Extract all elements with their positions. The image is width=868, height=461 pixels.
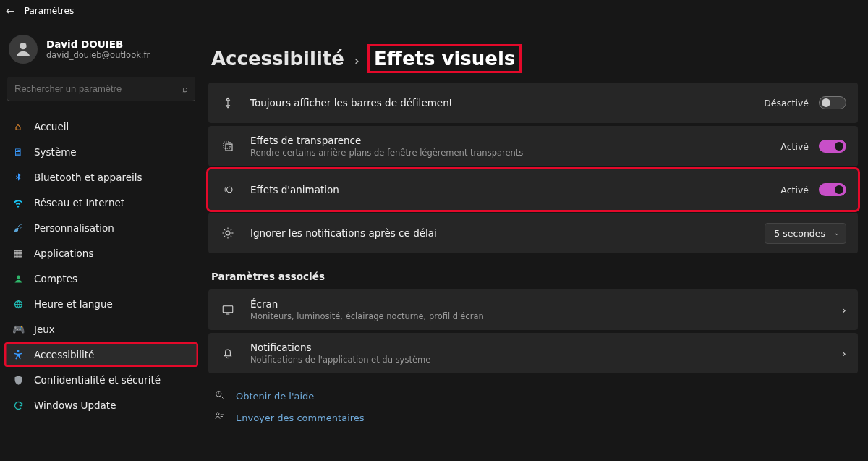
svg-rect-8 [223,306,233,313]
svg-point-11 [216,413,219,415]
related-title: Écran [250,298,829,310]
related-subtitle: Notifications de l'application et du sys… [250,355,829,365]
related-subtitle: Moniteurs, luminosité, éclairage nocturn… [250,311,829,321]
toggle-state-label: Activé [780,141,809,152]
svg-point-1 [17,275,20,279]
sidebar-item-label: Réseau et Internet [34,197,124,208]
transparency-icon [218,140,237,153]
setting-animation[interactable]: Effets d'animation Activé [208,169,858,210]
system-icon: 🖥 [12,145,25,158]
setting-title: Effets d'animation [250,184,767,195]
search-icon: ⌕ [182,83,188,94]
link-label: Obtenir de l'aide [236,391,314,402]
windows-update-icon [12,399,25,412]
sidebar-item-label: Personnalisation [34,222,114,234]
gaming-icon: 🎮 [12,323,25,336]
toggle-state-label: Activé [780,185,809,195]
sidebar-item-gaming[interactable]: 🎮 Jeux [4,317,198,342]
sidebar-item-network[interactable]: Réseau et Internet [4,190,198,215]
toggle-state-label: Désactivé [764,98,809,109]
svg-point-0 [20,43,26,49]
related-screen[interactable]: Écran Moniteurs, luminosité, éclairage n… [208,289,858,330]
dropdown-value: 5 secondes [774,228,825,239]
titlebar: ← Paramètres [0,0,868,22]
setting-subtitle: Rendre certains arrière-plans de fenêtre… [250,148,767,158]
related-notifications[interactable]: Notifications Notifications de l'applica… [208,333,858,373]
animation-icon [218,183,237,196]
breadcrumb-current: Effets visuels [370,46,519,71]
sidebar-item-label: Windows Update [34,399,116,411]
user-email: david_douieb@outlook.fr [46,50,150,60]
setting-title: Toujours afficher les barres de défileme… [250,97,751,109]
toggle-animation[interactable] [819,183,846,196]
accounts-icon [12,272,25,285]
toggle-scrollbars[interactable] [819,96,846,109]
scrollbars-icon [218,96,237,109]
main-panel: Accessibilité › Effets visuels Toujours … [203,22,868,461]
setting-transparency[interactable]: Effets de transparence Rendre certains a… [208,126,858,166]
chevron-right-icon: › [842,303,846,317]
sidebar-item-time-language[interactable]: Heure et langue [4,292,198,316]
svg-point-6 [227,187,233,193]
avatar [9,35,38,64]
back-icon[interactable]: ← [6,5,14,17]
toggle-transparency[interactable] [819,140,846,153]
svg-point-3 [17,350,20,352]
sidebar-item-privacy[interactable]: Confidentialité et sécurité [4,368,198,392]
search-input[interactable] [14,83,182,94]
personalization-icon: 🖌 [12,221,25,234]
sidebar-item-label: Accessibilité [34,349,94,360]
chevron-right-icon: › [842,347,846,360]
breadcrumb: Accessibilité › Effets visuels [208,46,861,71]
search-box[interactable]: ⌕ [7,77,195,101]
sidebar-item-label: Jeux [34,323,55,335]
link-label: Envoyer des commentaires [236,413,365,423]
related-heading: Paramètres associés [211,271,861,282]
user-account[interactable]: David DOUIEB david_douieb@outlook.fr [4,28,198,77]
sidebar-item-accessibility[interactable]: Accessibilité [4,342,198,367]
setting-notifications-delay[interactable]: Ignorer les notifications après ce délai… [208,213,858,253]
link-get-help[interactable]: ? Obtenir de l'aide [213,389,861,402]
screen-icon [218,303,237,316]
sidebar-item-label: Applications [34,248,93,259]
bluetooth-icon [12,171,25,184]
sidebar-item-home[interactable]: ⌂ Accueil [4,114,198,139]
setting-title: Ignorer les notifications après ce délai [250,227,752,239]
privacy-icon [12,373,25,386]
sidebar-item-windows-update[interactable]: Windows Update [4,393,198,418]
sidebar-item-label: Confidentialité et sécurité [34,374,161,386]
setting-scrollbars[interactable]: Toujours afficher les barres de défileme… [208,83,858,123]
sidebar-item-apps[interactable]: ▦ Applications [4,241,198,266]
home-icon: ⌂ [12,120,25,133]
sidebar-item-label: Système [34,146,77,158]
dropdown-notifications-delay[interactable]: 5 secondes ⌄ [765,223,846,244]
user-name: David DOUIEB [46,38,150,50]
sidebar-item-label: Accueil [34,121,69,132]
chevron-down-icon: ⌄ [834,229,840,237]
bell-icon [218,347,237,360]
breadcrumb-parent[interactable]: Accessibilité [211,48,344,69]
svg-rect-4 [224,142,230,148]
sidebar-item-system[interactable]: 🖥 Système [4,140,198,164]
feedback-icon [213,411,226,424]
svg-point-7 [226,231,230,235]
sidebar-item-label: Bluetooth et appareils [34,172,142,183]
sidebar-item-label: Comptes [34,273,77,284]
chevron-right-icon: › [354,53,359,68]
sidebar-item-personalization[interactable]: 🖌 Personnalisation [4,216,198,240]
svg-text:?: ? [217,392,219,396]
accessibility-icon [12,348,25,361]
svg-rect-5 [226,144,232,151]
help-icon: ? [213,389,226,402]
setting-title: Effets de transparence [250,135,767,146]
sidebar: David DOUIEB david_douieb@outlook.fr ⌕ ⌂… [0,22,203,461]
time-language-icon [12,297,25,310]
app-title: Paramètres [25,6,74,16]
related-title: Notifications [250,342,829,353]
link-feedback[interactable]: Envoyer des commentaires [213,411,861,424]
sidebar-item-label: Heure et langue [34,298,113,310]
network-icon [12,196,25,209]
brightness-icon [218,227,237,240]
sidebar-item-bluetooth[interactable]: Bluetooth et appareils [4,165,198,190]
sidebar-item-accounts[interactable]: Comptes [4,266,198,291]
